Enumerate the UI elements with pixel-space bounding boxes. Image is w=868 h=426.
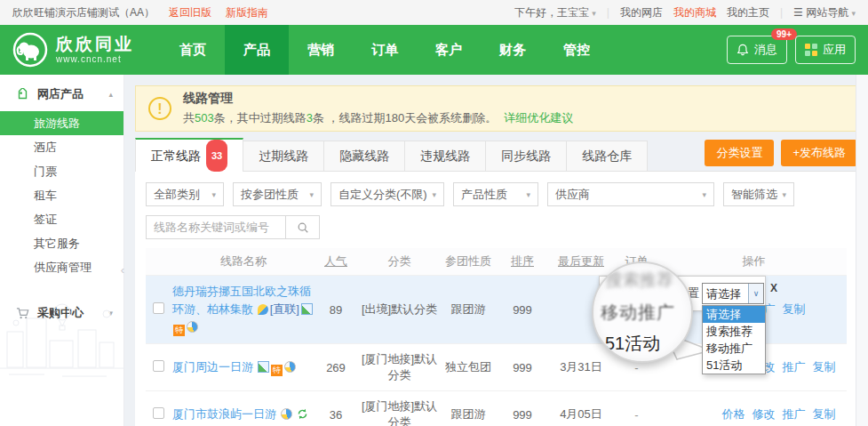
chevron-up-icon: ▴ [108,90,113,99]
right-side-strip [856,75,868,426]
site-nav-menu[interactable]: ☰ 网站导航 ▾ [793,5,856,20]
user-greeting-menu[interactable]: 下午好，王宝宝 ▾ [514,5,596,20]
messages-button[interactable]: 消息 99+ [727,36,787,64]
sidebar-item-hotel[interactable]: 酒店 [0,135,123,159]
chevron-down-icon: ▾ [526,190,530,199]
filter-label: 全部类别 [154,187,200,203]
alert-seg3: 条 ，线路过期180天会被系统删除。 [313,111,497,125]
nav-item-marketing[interactable]: 营销 [289,25,353,75]
sidebar-item-other-services[interactable]: 其它服务 [0,231,123,255]
option-mobile-promotion[interactable]: 移动推广 [703,340,765,357]
elephant-logo-icon [12,32,48,68]
brand-name: 欣欣同业 [56,36,134,54]
option-51-activity[interactable]: 51活动 [703,357,765,374]
row-checkbox[interactable] [153,360,164,372]
header-group-type: 参团性质 [442,253,495,269]
new-version-guide-link[interactable]: 新版指南 [226,5,268,20]
close-icon[interactable]: X [770,282,777,294]
search-button[interactable] [286,215,320,239]
header-actions: 操作 [661,253,847,269]
optimization-advice-link[interactable]: 详细优化建议 [504,111,573,125]
sidebar-item-car-rental[interactable]: 租车 [0,183,123,207]
filter-label: 自定义分类(不限) [338,187,427,203]
tab-hidden-routes[interactable]: 隐藏线路 [323,141,405,171]
header-sort[interactable]: 排序 [495,253,550,269]
copy-link[interactable]: 复制 [783,301,806,317]
tab-count-badge: 33 [206,140,227,172]
apps-button[interactable]: 应用 [795,36,856,64]
route-search-input[interactable] [146,215,286,239]
filter-all-categories[interactable]: 全部类别▾ [146,182,224,206]
row-checkbox[interactable] [153,407,164,419]
category-value: [厦门地接]默认分类 [357,398,442,426]
main-navbar: 欣欣同业 www.cncn.net 首页 产品 营销 订单 客户 财务 管控 消… [0,25,868,75]
tab-route-warehouse[interactable]: 线路仓库 [566,141,648,171]
tabs-bar: 正常线路 33 过期线路 隐藏线路 违规线路 同步线路 线路仓库 分类设置 +发… [135,139,857,172]
my-shop-link[interactable]: 我的网店 [620,5,663,20]
tab-violation-routes[interactable]: 违规线路 [404,141,486,171]
back-to-old-link[interactable]: 返回旧版 [169,5,211,20]
promotion-position-select[interactable]: 请选择 ∨ [702,283,764,304]
nav-item-customers[interactable]: 客户 [417,25,481,75]
category-settings-button[interactable]: 分类设置 [705,140,774,166]
header-popularity[interactable]: 人气 [315,253,357,269]
row-checkbox[interactable] [153,302,164,314]
header-last-updated[interactable]: 最后更新 [550,253,612,269]
route-title-link[interactable]: 厦门市鼓浪屿一日游 [172,407,276,421]
sort-value: 999 [495,303,550,317]
my-homepage-link[interactable]: 我的主页 [727,5,769,20]
table-row: 厦门市鼓浪屿一日游 36 [厦门地接]默认分类 跟团游 999 4月05日 - … [146,390,847,426]
nav-item-home[interactable]: 首页 [161,25,225,75]
sidebar-item-tour-routes[interactable]: 旅游线路 [0,111,123,135]
sidebar-item-tickets[interactable]: 门票 [0,159,123,183]
promotion-options-listbox: 请选择 搜索推荐 移动推广 51活动 [702,305,766,374]
filter-custom-category[interactable]: 自定义分类(不限)▾ [330,182,444,206]
filter-group-type[interactable]: 按参团性质▾ [233,182,322,206]
copy-link[interactable]: 复制 [813,359,836,375]
special-offer-icon: 特 [271,365,283,376]
chevron-down-icon: ▾ [592,9,596,18]
filter-product-type[interactable]: 产品性质▾ [453,182,538,206]
tab-normal-routes[interactable]: 正常线路 33 [135,138,243,172]
magnified-text: 移动推广 [601,301,675,325]
sidebar-item-visa[interactable]: 签证 [0,207,123,231]
route-count: 503 [195,111,214,125]
filter-smart[interactable]: 智能筛选▾ [723,182,794,206]
magnified-text: 搜索推荐 [606,269,673,292]
sidebar-group-shop-products[interactable]: 网店产品 ▴ [0,75,123,111]
sidebar: 网店产品 ▴ 旅游线路 酒店 门票 租车 签证 其它服务 供应商管理 采购中心 … [0,75,124,426]
promote-link[interactable]: 推广 [783,359,806,375]
chevron-down-icon: ▾ [702,190,706,199]
price-link[interactable]: 价格 [722,406,745,422]
bell-icon [737,44,749,56]
pie-stats-icon [281,408,292,420]
promote-link[interactable]: 推广 [783,406,806,422]
filter-supplier[interactable]: 供应商▾ [547,182,714,206]
magnifier-bubble: 搜索推荐 移动推广 51活动 [592,261,693,363]
publish-route-button[interactable]: +发布线路 [781,140,857,166]
edit-link[interactable]: 修改 [753,406,776,422]
brand-block: 欣欣同业 www.cncn.net [56,36,134,64]
alert-title: 线路管理 [183,91,573,107]
tab-expired-routes[interactable]: 过期线路 [243,141,324,171]
nav-item-orders[interactable]: 订单 [353,25,417,75]
sidebar-collapse-handle[interactable]: ‹ [121,263,124,277]
copy-link[interactable]: 复制 [813,406,836,422]
nav-item-products[interactable]: 产品 [225,25,289,75]
chevron-down-icon: ▾ [309,190,314,199]
nav-item-finance[interactable]: 财务 [481,25,545,75]
tab-synced-routes[interactable]: 同步线路 [485,141,567,171]
pie-stats-icon [284,361,296,373]
last-updated-value: 4月05日 [550,406,612,422]
category-value: [出境]默认分类 [357,301,442,317]
nav-item-control[interactable]: 管控 [545,25,609,75]
warning-icon: ! [148,97,171,120]
brand-url: www.cncn.net [56,54,134,64]
my-mall-link[interactable]: 我的商城 [673,5,716,20]
photo-icon [301,303,313,315]
option-please-select[interactable]: 请选择 [703,306,765,323]
option-search-recommend[interactable]: 搜索推荐 [703,323,765,340]
sidebar-item-supplier-management[interactable]: 供应商管理 [0,255,123,279]
last-updated-value: 3月31日 [550,359,612,375]
route-title-link[interactable]: 厦门周边一日游 [172,360,253,374]
